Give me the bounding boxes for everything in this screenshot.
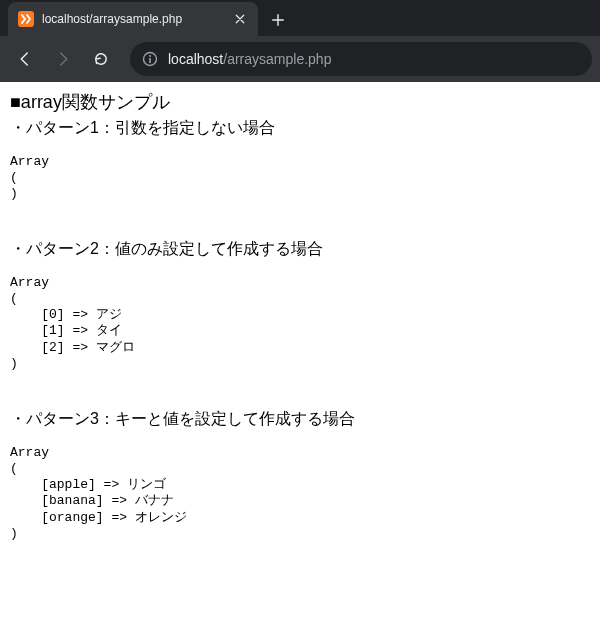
back-button[interactable]: [8, 42, 42, 76]
url-text: localhost/arraysample.php: [168, 51, 331, 67]
page-title: ■array関数サンプル: [10, 90, 590, 115]
forward-button[interactable]: [46, 42, 80, 76]
pattern-2-dump: Array ( [0] => アジ [1] => タイ [2] => マグロ ): [10, 275, 590, 373]
close-tab-button[interactable]: [232, 11, 248, 27]
xampp-favicon-icon: [18, 11, 34, 27]
browser-tab[interactable]: localhost/arraysample.php: [8, 2, 258, 36]
browser-chrome: localhost/arraysample.php: [0, 0, 600, 82]
pattern-2-label: ・パターン2：値のみ設定して作成する場合: [10, 238, 590, 260]
tabs-row: localhost/arraysample.php: [0, 0, 600, 36]
tab-title: localhost/arraysample.php: [42, 12, 224, 26]
pattern-1-label: ・パターン1：引数を指定しない場合: [10, 117, 590, 139]
site-info-icon[interactable]: [142, 51, 158, 67]
toolbar-row: localhost/arraysample.php: [0, 36, 600, 82]
reload-button[interactable]: [84, 42, 118, 76]
address-bar[interactable]: localhost/arraysample.php: [130, 42, 592, 76]
svg-point-2: [149, 55, 151, 57]
svg-rect-0: [18, 11, 34, 27]
svg-rect-3: [149, 58, 151, 63]
url-host: localhost: [168, 51, 223, 67]
pattern-1-dump: Array ( ): [10, 154, 590, 203]
new-tab-button[interactable]: [264, 6, 292, 34]
page-viewport: ■array関数サンプル ・パターン1：引数を指定しない場合 Array ( )…: [0, 82, 600, 572]
url-path: /arraysample.php: [223, 51, 331, 67]
pattern-3-dump: Array ( [apple] => リンゴ [banana] => バナナ […: [10, 445, 590, 543]
pattern-3-label: ・パターン3：キーと値を設定して作成する場合: [10, 408, 590, 430]
